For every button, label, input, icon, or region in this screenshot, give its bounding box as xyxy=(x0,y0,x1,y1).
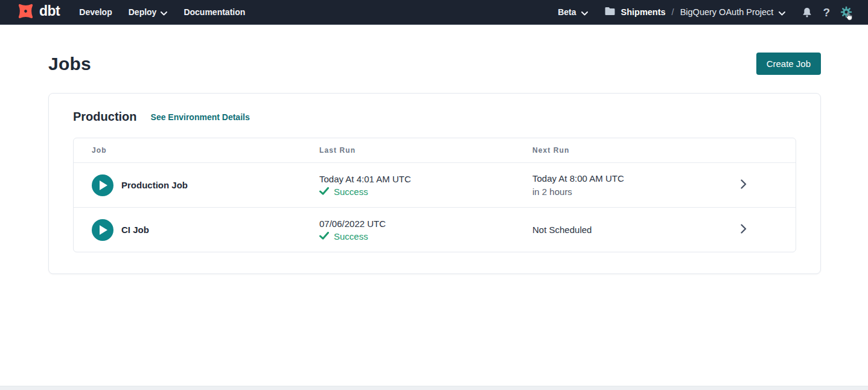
table-row[interactable]: Production Job Today At 4:01 AM UTC Succ… xyxy=(74,162,796,207)
row-detail-chevron[interactable] xyxy=(726,179,796,191)
navbar-right: Beta Shipments / BigQuery OAuth Project xyxy=(558,6,852,18)
chevron-down-icon xyxy=(779,8,785,18)
job-name: Production Job xyxy=(121,180,188,190)
nav-item-documentation[interactable]: Documentation xyxy=(183,7,245,17)
page-bottom-strip xyxy=(0,386,868,390)
nav-item-documentation-label: Documentation xyxy=(183,7,245,17)
play-icon xyxy=(100,225,107,235)
see-environment-details-link[interactable]: See Environment Details xyxy=(151,112,250,122)
page-title: Jobs xyxy=(48,54,91,74)
beta-selector[interactable]: Beta xyxy=(558,7,588,18)
gear-icon[interactable] xyxy=(840,6,852,18)
environment-header: Production See Environment Details xyxy=(73,110,796,124)
chevron-right-icon xyxy=(741,224,747,236)
page-header: Jobs Create Job xyxy=(0,53,868,75)
run-job-play-button[interactable] xyxy=(92,174,113,196)
account-name: Shipments xyxy=(621,7,665,17)
dbt-logo[interactable]: dbt xyxy=(16,1,60,24)
chevron-down-icon xyxy=(161,8,167,18)
next-run-time: Not Scheduled xyxy=(532,224,726,236)
project-name: BigQuery OAuth Project xyxy=(680,7,774,17)
next-run-note: in 2 hours xyxy=(532,186,726,198)
last-run-time: 07/06/2022 UTC xyxy=(319,218,514,230)
project-breadcrumb: Shipments / BigQuery OAuth Project xyxy=(604,7,785,18)
job-name: CI Job xyxy=(121,225,149,235)
check-icon xyxy=(319,231,329,242)
help-glyph: ? xyxy=(823,7,830,18)
column-header-next-run: Next Run xyxy=(514,146,726,155)
last-run-time: Today At 4:01 AM UTC xyxy=(319,173,514,185)
column-header-job: Job xyxy=(74,146,301,155)
nav-item-deploy-label: Deploy xyxy=(129,7,157,17)
navbar-icon-group: ? xyxy=(802,6,852,18)
primary-nav: Develop Deploy Documentation xyxy=(79,7,245,18)
last-run-cell: Today At 4:01 AM UTC Success xyxy=(301,173,514,197)
help-icon[interactable]: ? xyxy=(823,7,830,18)
last-run-status: Success xyxy=(319,187,514,197)
dbt-logo-icon xyxy=(16,1,36,24)
status-text: Success xyxy=(334,187,368,197)
nav-item-develop-label: Develop xyxy=(79,7,112,17)
create-job-button[interactable]: Create Job xyxy=(756,53,821,75)
play-icon xyxy=(100,181,107,190)
project-selector[interactable]: BigQuery OAuth Project xyxy=(680,7,786,18)
breadcrumb-separator: / xyxy=(671,7,675,17)
status-text: Success xyxy=(334,231,368,241)
next-run-cell: Not Scheduled xyxy=(514,224,726,236)
environment-title: Production xyxy=(73,110,137,124)
chevron-right-icon xyxy=(741,179,747,191)
table-header-row: Job Last Run Next Run xyxy=(74,138,796,162)
notifications-bell-icon[interactable] xyxy=(802,7,812,18)
beta-label: Beta xyxy=(558,7,576,17)
last-run-status: Success xyxy=(319,231,514,242)
row-detail-chevron[interactable] xyxy=(726,224,796,236)
job-cell: CI Job xyxy=(74,219,301,241)
account-selector[interactable]: Shipments xyxy=(604,7,665,18)
dbt-logo-text: dbt xyxy=(39,4,60,20)
next-run-time: Today At 8:00 AM UTC xyxy=(532,173,726,185)
environment-card: Production See Environment Details Job L… xyxy=(48,93,821,274)
chevron-down-icon xyxy=(581,8,588,18)
folder-icon xyxy=(604,7,616,18)
next-run-cell: Today At 8:00 AM UTC in 2 hours xyxy=(514,173,726,198)
run-job-play-button[interactable] xyxy=(92,219,113,241)
last-run-cell: 07/06/2022 UTC Success xyxy=(301,218,514,242)
nav-item-deploy[interactable]: Deploy xyxy=(129,7,168,18)
nav-item-develop[interactable]: Develop xyxy=(79,7,112,17)
check-icon xyxy=(319,187,329,197)
job-cell: Production Job xyxy=(74,174,301,196)
jobs-table: Job Last Run Next Run Production Job Tod… xyxy=(73,138,796,252)
table-row[interactable]: CI Job 07/06/2022 UTC Success Not Schedu… xyxy=(74,207,796,252)
top-navbar: dbt Develop Deploy Documentation Beta xyxy=(0,0,868,25)
column-header-last-run: Last Run xyxy=(301,146,514,155)
